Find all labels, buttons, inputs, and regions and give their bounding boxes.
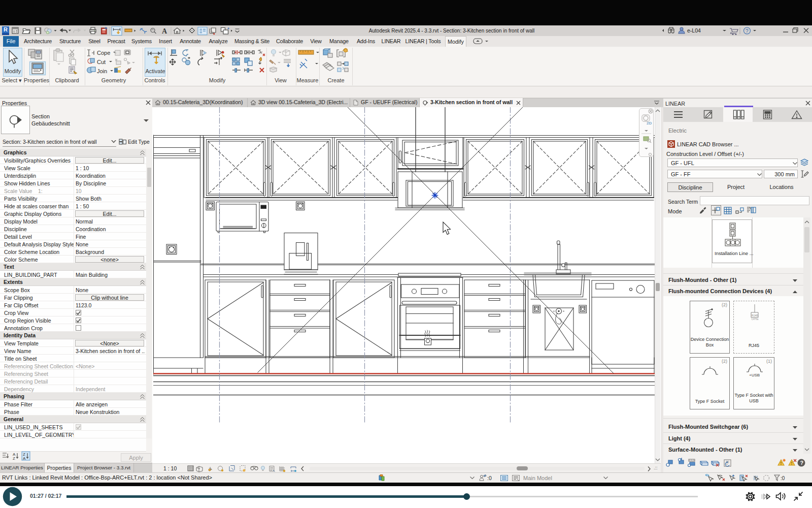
svg-text:2D: 2D	[647, 121, 652, 125]
svg-text:?: ?	[746, 28, 749, 34]
svg-text:Join: Join	[97, 68, 107, 74]
svg-text:!: !	[784, 459, 784, 462]
svg-text:A: A	[23, 456, 26, 461]
svg-text:+USB: +USB	[749, 373, 760, 377]
svg-text:Z: Z	[13, 456, 15, 461]
svg-text::0: :0	[781, 475, 785, 481]
svg-text:RJ45: RJ45	[752, 314, 758, 317]
svg-text:CAT6a: CAT6a	[752, 318, 759, 321]
svg-text:e-L04: e-L04	[687, 27, 701, 34]
svg-text:Cope: Cope	[97, 50, 110, 56]
svg-text:?: ?	[800, 460, 804, 466]
svg-text:Cut: Cut	[97, 59, 106, 65]
